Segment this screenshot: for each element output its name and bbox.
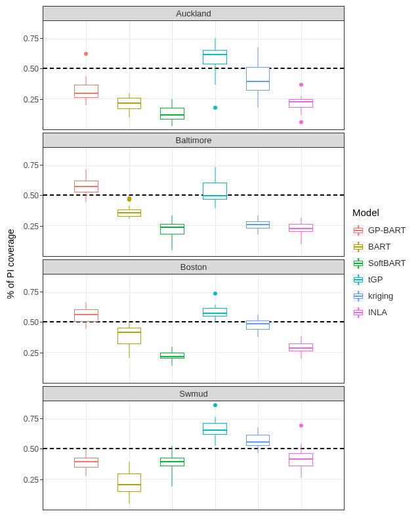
boxplot-kriging [243,401,273,510]
boxplot-SoftBART [157,275,187,383]
legend-item: GP-BART [352,223,417,238]
panel [43,401,345,510]
boxplot-GP-BART [72,148,102,256]
boxplot-BART [114,401,144,510]
boxplot-INLA [286,401,316,510]
y-axis-label-text: % of PI coverage [5,229,16,299]
outlier [299,120,303,124]
boxplot-tGP [200,275,230,383]
boxplot-BART [114,148,144,256]
boxplot-INLA [286,275,316,383]
panel [43,20,345,130]
boxplot-GP-BART [72,275,102,383]
legend-item: tGP [352,273,417,287]
panel [43,147,345,257]
facet: Swmud [43,386,345,510]
boxplot-SoftBART [157,401,187,510]
panel-column: AucklandBaltimoreBostonSwmud [43,3,345,525]
boxplot-BART [114,275,144,383]
y-tick-label: 0.25 [24,95,39,104]
legend-key [352,241,364,253]
legend-label: GP-BART [368,225,406,235]
y-tick-label: 0.75 [24,414,39,424]
outlier [213,292,217,296]
facet: Baltimore [43,133,345,257]
y-tick-label: 0.25 [24,349,39,358]
boxplot-kriging [243,275,273,383]
boxplot-kriging [243,148,273,256]
legend-label: SoftBART [368,258,406,268]
y-tick-column: 0.250.500.750.250.500.750.250.500.750.25… [18,3,43,525]
legend-label: BART [368,242,390,252]
y-axis-label: % of PI coverage [3,3,18,525]
panel [43,274,345,384]
y-tick-label: 0.50 [24,64,39,74]
boxplot-BART [114,21,144,129]
legend-key [352,257,364,269]
facet: Boston [43,259,345,384]
y-tick-label: 0.75 [24,34,39,43]
boxplot-GP-BART [72,21,102,129]
y-tick-label: 0.50 [24,191,39,200]
legend-title: Model [352,207,417,218]
facet-title: Auckland [43,6,345,20]
y-tick-label: 0.25 [24,222,39,231]
legend: Model GP-BART BART SoftBART tGP [345,3,417,525]
legend-label: tGP [368,275,383,284]
outlier [299,424,303,428]
legend-item: INLA [352,305,417,320]
outlier [213,106,217,110]
facet-title: Baltimore [43,133,345,147]
y-tick-label: 0.25 [24,475,39,485]
outlier [299,83,303,87]
legend-items: GP-BART BART SoftBART tGP kriging [352,223,417,322]
outlier [84,52,88,56]
legend-key [352,307,364,319]
legend-item: kriging [352,289,417,303]
legend-key [352,225,364,236]
legend-label: kriging [368,291,393,301]
boxplot-tGP [200,401,230,510]
legend-key [352,274,364,286]
boxplot-tGP [200,21,230,129]
facet: Auckland [43,6,345,130]
boxplot-INLA [286,148,316,256]
legend-label: INLA [368,307,387,317]
legend-item: SoftBART [352,256,417,271]
legend-item: BART [352,240,417,254]
boxplot-SoftBART [157,21,187,129]
y-tick-label: 0.50 [24,445,39,454]
boxplot-SoftBART [157,148,187,256]
boxplot-INLA [286,21,316,129]
boxplot-kriging [243,21,273,129]
boxplot-GP-BART [72,401,102,510]
y-tick-label: 0.75 [24,161,39,170]
facet-title: Boston [43,259,345,274]
boxplot-tGP [200,148,230,256]
outlier [127,198,131,202]
y-tick-label: 0.75 [24,288,39,297]
outlier [213,403,217,407]
legend-key [352,290,364,302]
y-tick-label: 0.50 [24,318,39,327]
facet-title: Swmud [43,386,345,401]
chart-root: % of PI coverage 0.250.500.750.250.500.7… [0,0,420,528]
